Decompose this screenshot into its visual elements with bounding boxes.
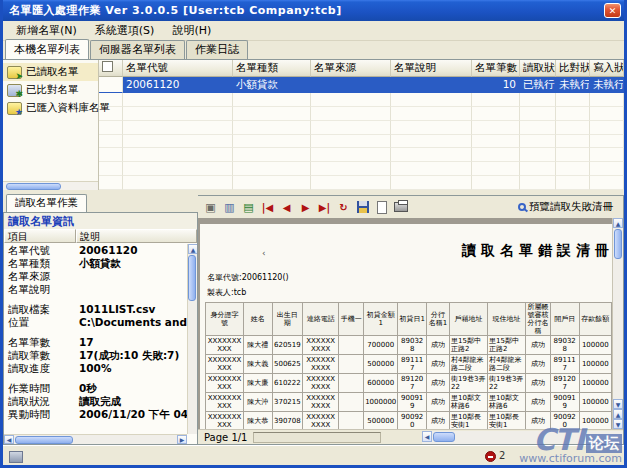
- sidebar-item-read-lists[interactable]: ➤ 已讀取名單: [3, 63, 98, 81]
- report-header-row: 身分證字號姓名出生日期 連絡電話手機一初貸金額1 初貸日1分行名稱1戶籍地址 現…: [206, 303, 612, 336]
- col-compare-status[interactable]: 比對狀況: [556, 60, 590, 77]
- checkbox-icon[interactable]: [102, 61, 113, 72]
- cell-compare-status: 未執行: [556, 77, 590, 93]
- info-row: 名單說明: [4, 283, 197, 296]
- next-page-scroll-icon[interactable]: ▼: [613, 419, 623, 429]
- col-read-status[interactable]: 讀取狀況: [520, 60, 556, 77]
- col-list-code[interactable]: 名單代號: [123, 60, 233, 77]
- close-button[interactable]: ✕: [604, 3, 621, 18]
- cell-list-type: 小額貸款: [233, 77, 311, 93]
- info-row: [4, 375, 197, 382]
- scroll-left-icon[interactable]: ◀: [422, 431, 432, 442]
- status-bar: 2: [3, 445, 624, 467]
- preview-failed-list-button[interactable]: 預覽讀取失敗清冊: [512, 199, 619, 215]
- save-icon[interactable]: [354, 199, 371, 216]
- cell-write-status: 未執行: [590, 77, 624, 93]
- info-row: 讀取進度100%: [4, 362, 197, 375]
- report-preview-panel: ▣ ▥ ▤ |◀ ◀ ▶ ▶| ↻ 預覽讀取失敗清冊 ‹: [198, 195, 624, 445]
- select-all-header[interactable]: [99, 60, 123, 77]
- col-write-status[interactable]: 寫入狀況: [590, 60, 624, 77]
- info-vertical-scrollbar[interactable]: ▲: [187, 244, 197, 434]
- scrollbar-thumb[interactable]: [6, 183, 61, 190]
- page-indicator: Page 1/1: [198, 432, 253, 443]
- print-icon[interactable]: [392, 199, 409, 216]
- zoom-100-icon[interactable]: ▤: [240, 199, 257, 216]
- bottom-area: 讀取名單作業 讀取名單資訊 項目 說明 名單代號20061120 名單種類小額貸…: [3, 195, 624, 445]
- row-checkbox-cell[interactable]: [99, 77, 123, 93]
- menu-help[interactable]: 說明(H): [163, 21, 220, 40]
- preview-horizontal-scrollbar[interactable]: ◀: [422, 431, 623, 444]
- scrollbar-thumb[interactable]: [614, 229, 622, 259]
- col-desc[interactable]: 說明: [76, 229, 197, 243]
- scrollbar-thumb[interactable]: [15, 436, 73, 444]
- empty-row: [99, 93, 624, 107]
- menu-new-list[interactable]: 新增名單(N): [7, 21, 86, 40]
- list-table: 名單代號 名單種類 名單來源 名單說明 名單筆數 讀取狀況 比對狀況 寫入狀況 …: [99, 60, 624, 190]
- compared-list-icon: ✱: [7, 84, 22, 97]
- window-title: 名單匯入處理作業 Ver 3.0.0.5 [User:tcb Company:t…: [9, 3, 604, 18]
- menu-system-options[interactable]: 系統選項(S): [86, 21, 164, 40]
- scroll-down-icon[interactable]: ▼: [613, 399, 623, 409]
- prev-page-icon[interactable]: ◀: [278, 199, 295, 216]
- cell-list-code: 20061120: [123, 77, 233, 93]
- tab-job-log[interactable]: 作業日誌: [186, 40, 248, 59]
- cell-list-desc: [391, 77, 472, 93]
- page-setup-icon[interactable]: [373, 199, 390, 216]
- info-row: 名單代號20061120: [4, 244, 197, 257]
- cell-list-source: [311, 77, 391, 93]
- tab-server-lists[interactable]: 伺服器名單列表: [90, 40, 185, 59]
- scroll-up-icon[interactable]: ▲: [613, 218, 623, 228]
- scroll-up-icon[interactable]: ▲: [188, 244, 198, 254]
- info-horizontal-scrollbar[interactable]: ◀ ▶: [4, 434, 187, 444]
- main-area: ➤ 已讀取名單 ✱ 已比對名單 ★ 已匯入資料庫名單 名單代號 名單種類 名單來…: [3, 59, 624, 190]
- status-report-icon: [9, 451, 23, 463]
- refresh-icon[interactable]: ↻: [335, 199, 352, 216]
- report-row: XXXXXXXXXX陳大禮620519XXXXXXXXXX70000089032…: [206, 336, 612, 355]
- next-page-icon[interactable]: ▶: [297, 199, 314, 216]
- scroll-right-icon[interactable]: ▶: [177, 435, 187, 444]
- report-row: XXXXXXXXXX陳大義500625XXXXXXXXXX50000089111…: [206, 355, 612, 374]
- preview-vertical-scrollbar[interactable]: ▲ ▼ ▲ ▼: [612, 218, 623, 429]
- sidebar-item-compared-lists[interactable]: ✱ 已比對名單: [3, 81, 98, 99]
- prev-page-scroll-icon[interactable]: ▲: [613, 409, 623, 419]
- empty-row: [99, 176, 624, 190]
- col-list-desc[interactable]: 名單說明: [391, 60, 472, 77]
- tab-local-lists[interactable]: 本機名單列表: [5, 39, 89, 59]
- tab-strip: 本機名單列表 伺服器名單列表 作業日誌: [3, 41, 624, 59]
- sidebar: ➤ 已讀取名單 ✱ 已比對名單 ★ 已匯入資料庫名單: [3, 60, 99, 190]
- sidebar-item-label: 已比對名單: [26, 83, 79, 97]
- first-page-icon[interactable]: |◀: [259, 199, 276, 216]
- preview-pager-bar: Page 1/1 ◀: [198, 429, 623, 444]
- sidebar-horizontal-scrollbar[interactable]: [3, 181, 98, 190]
- magnifier-icon: [518, 203, 526, 211]
- report-code-line: 名單代號:20061120(): [207, 272, 289, 283]
- sidebar-item-imported-lists[interactable]: ★ 已匯入資料庫名單: [3, 99, 98, 117]
- col-item[interactable]: 項目: [4, 229, 76, 243]
- col-list-type[interactable]: 名單種類: [233, 60, 311, 77]
- empty-row: [99, 162, 624, 176]
- report-maker-line: 製表人:tcb: [207, 287, 246, 298]
- col-list-source[interactable]: 名單來源: [311, 60, 391, 77]
- two-pages-icon[interactable]: ▥: [221, 199, 238, 216]
- info-row: [4, 296, 197, 303]
- col-list-count[interactable]: 名單筆數: [472, 60, 520, 77]
- info-row: 名單筆數17: [4, 336, 197, 349]
- cell-list-count: 10: [472, 77, 520, 93]
- tab-read-list-job[interactable]: 讀取名單作業: [6, 194, 87, 212]
- last-page-icon[interactable]: ▶|: [316, 199, 333, 216]
- list-table-header: 名單代號 名單種類 名單來源 名單說明 名單筆數 讀取狀況 比對狀況 寫入狀況: [99, 60, 624, 77]
- error-report-table: 身分證字號姓名出生日期 連絡電話手機一初貸金額1 初貸日1分行名稱1戶籍地址 現…: [205, 302, 612, 429]
- info-panel-title: 讀取名單資訊: [4, 213, 197, 229]
- empty-row: [99, 107, 624, 121]
- scrollbar-thumb[interactable]: [433, 432, 455, 442]
- whole-page-icon[interactable]: ▣: [202, 199, 219, 216]
- report-page: ‹ 讀取名單錯誤清冊 名單代號:20061120() 製表人:tcb 身分證字號…: [200, 224, 612, 429]
- scrollbar-thumb[interactable]: [188, 255, 196, 301]
- read-list-info-panel: 讀取名單資訊 項目 說明 名單代號20061120 名單種類小額貸款 名單來源 …: [3, 212, 198, 445]
- info-row: 作業時間0秒: [4, 382, 197, 395]
- table-row[interactable]: 20061120 小額貸款 10 已執行 未執行 未執行: [99, 77, 624, 93]
- info-row: 名單種類小額貸款: [4, 257, 197, 270]
- scroll-left-icon[interactable]: ◀: [4, 435, 14, 444]
- menu-bar: 新增名單(N) 系統選項(S) 說明(H): [3, 21, 624, 41]
- report-row: XXXXXXXXXX陳大沖370215XXXXXXXXXX10000009009…: [206, 393, 612, 412]
